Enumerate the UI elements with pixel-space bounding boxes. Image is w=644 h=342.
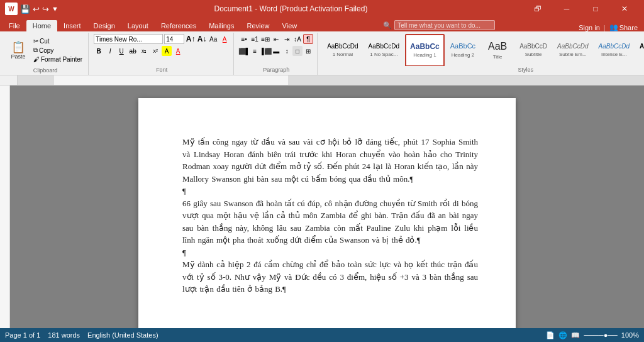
cut-label: Cut xyxy=(40,38,50,45)
shading-button[interactable]: □ xyxy=(292,46,303,56)
increase-font-button[interactable]: A↑ xyxy=(186,34,196,44)
view-print-icon[interactable]: 📄 xyxy=(546,331,555,339)
underline-button[interactable]: U xyxy=(116,46,126,56)
clear-format-button[interactable]: A xyxy=(219,34,230,44)
align-right-button[interactable]: ▐⬛ xyxy=(260,46,270,56)
paragraph-controls: ≡• ≡1 ≡⊞ ⇤ ⇥ ↕A ¶ ⬛▌ ≡ ▐⬛ ▬ ↕ □ ⊞ xyxy=(239,34,313,66)
view-web-icon[interactable]: 🌐 xyxy=(558,331,567,339)
justify-button[interactable]: ▬ xyxy=(271,46,281,56)
format-painter-button[interactable]: 🖌 Format Painter xyxy=(31,55,84,63)
cut-button[interactable]: ✂ Cut xyxy=(31,37,84,45)
ruler-scale xyxy=(18,75,644,86)
redo-icon[interactable]: ↪ xyxy=(42,4,49,14)
ruler-corner xyxy=(0,75,18,86)
window-controls: 🗗 ─ □ ✕ xyxy=(523,0,639,18)
window-minimize-icon[interactable]: ─ xyxy=(552,0,581,18)
document-page[interactable]: Mỹ tấn công ngay từ đầu và sau vài cơ hộ… xyxy=(138,98,516,328)
style-strong[interactable]: AaBbCcDc Strong xyxy=(635,34,644,66)
style-subtitle[interactable]: AaBbCcD Subtitle xyxy=(515,34,552,66)
cut-icon: ✂ xyxy=(33,38,38,45)
style-nospace[interactable]: AaBbCcDd 1 No Spac... xyxy=(364,34,404,66)
tab-layout[interactable]: Layout xyxy=(121,20,155,31)
view-read-icon[interactable]: 📖 xyxy=(571,331,580,339)
style-heading1[interactable]: AaBbCc Heading 1 xyxy=(405,34,445,66)
window-restore-icon[interactable]: 🗗 xyxy=(523,0,552,18)
style-normal-preview: AaBbCcDd xyxy=(327,43,358,50)
window-title: Document1 - Word (Product Activation Fai… xyxy=(58,4,523,13)
sort-button[interactable]: ↕A xyxy=(292,34,303,44)
paragraph-group-label: Paragraph xyxy=(239,66,313,74)
tab-review[interactable]: Review xyxy=(241,20,276,31)
border-button[interactable]: ⊞ xyxy=(303,46,313,56)
copy-icon: ⧉ xyxy=(33,47,38,54)
page-count: Page 1 of 1 xyxy=(5,331,40,339)
align-left-button[interactable]: ⬛▌ xyxy=(239,46,249,56)
paragraph-group: ≡• ≡1 ≡⊞ ⇤ ⇥ ↕A ¶ ⬛▌ ≡ ▐⬛ ▬ ↕ □ ⊞ Paragr… xyxy=(235,33,318,75)
document-area[interactable]: Mỹ tấn công ngay từ đầu và sau vài cơ hộ… xyxy=(10,86,644,328)
font-format-row: B I U ab x₂ x² A A xyxy=(94,46,183,56)
tab-references[interactable]: References xyxy=(155,20,203,31)
font-controls: A↑ A↓ Aa A B I U ab x₂ x² A A xyxy=(94,34,230,66)
clipboard-secondary: ✂ Cut ⧉ Copy 🖌 Format Painter xyxy=(31,37,84,63)
language: English (United States) xyxy=(87,331,158,339)
style-heading2[interactable]: AaBbCc Heading 2 xyxy=(446,34,480,66)
ribbon-search-input[interactable] xyxy=(394,20,495,30)
font-name-selector[interactable] xyxy=(94,34,163,44)
undo-icon[interactable]: ↩ xyxy=(33,4,40,14)
tab-home[interactable]: Home xyxy=(26,20,57,31)
style-subtle-em[interactable]: AaBbCcDd Subtle Em... xyxy=(553,34,592,66)
paste-label: Paste xyxy=(11,53,25,60)
multilevel-button[interactable]: ≡⊞ xyxy=(260,34,270,44)
tab-insert[interactable]: Insert xyxy=(57,20,87,31)
customize-qs-icon[interactable]: ▼ xyxy=(52,5,58,13)
titlebar: W 💾 ↩ ↪ ▼ Document1 - Word (Product Acti… xyxy=(0,0,644,18)
signin-area: Sign in | 👥Share xyxy=(575,23,641,31)
search-icon: 🔍 xyxy=(383,21,392,30)
line-spacing-button[interactable]: ↕ xyxy=(282,46,292,56)
align-center-button[interactable]: ≡ xyxy=(250,46,260,56)
window-maximize-icon[interactable]: □ xyxy=(581,0,610,18)
signin-button[interactable]: Sign in xyxy=(579,24,600,31)
share-button[interactable]: 👥Share xyxy=(609,23,638,31)
subscript-button[interactable]: x₂ xyxy=(139,46,149,56)
font-group: A↑ A↓ Aa A B I U ab x₂ x² A A Font xyxy=(90,33,234,75)
paragraph-2: ¶ xyxy=(182,185,478,197)
word-count: 181 words xyxy=(48,331,80,339)
zoom-slider[interactable]: ────●── xyxy=(584,331,617,339)
style-strong-preview: AaBbCcDc xyxy=(640,43,644,50)
main-area: Mỹ tấn công ngay từ đầu và sau vài cơ hộ… xyxy=(0,86,644,328)
bullets-button[interactable]: ≡• xyxy=(239,34,249,44)
statusbar-right: 📄 🌐 📖 ────●── 100% xyxy=(546,331,639,339)
quick-save-icon[interactable]: 💾 xyxy=(20,4,30,14)
strikethrough-button[interactable]: ab xyxy=(128,46,138,56)
decrease-indent-button[interactable]: ⇤ xyxy=(271,34,281,44)
window-close-icon[interactable]: ✕ xyxy=(610,0,639,18)
numbering-button[interactable]: ≡1 xyxy=(250,34,260,44)
style-title-label: Title xyxy=(493,54,502,60)
copy-button[interactable]: ⧉ Copy xyxy=(31,46,84,55)
font-group-label: Font xyxy=(94,66,230,74)
decrease-font-button[interactable]: A↓ xyxy=(197,34,207,44)
tab-design[interactable]: Design xyxy=(87,20,121,31)
tab-mailings[interactable]: Mailings xyxy=(203,20,240,31)
tab-view[interactable]: View xyxy=(276,20,304,31)
style-nospace-preview: AaBbCcDd xyxy=(369,43,399,50)
style-title[interactable]: AaB Title xyxy=(481,34,514,66)
style-h1-preview: AaBbCc xyxy=(410,42,440,51)
style-intense-em[interactable]: AaBbCcDd Intense E... xyxy=(594,34,634,66)
tab-file[interactable]: File xyxy=(3,20,26,31)
bold-button[interactable]: B xyxy=(94,46,104,56)
font-color-button[interactable]: A xyxy=(173,46,183,56)
zoom-level: 100% xyxy=(621,331,639,339)
italic-button[interactable]: I xyxy=(105,46,115,56)
style-normal[interactable]: AaBbCcDd 1 Normal xyxy=(323,34,362,66)
paragraph-row2: ⬛▌ ≡ ▐⬛ ▬ ↕ □ ⊞ xyxy=(239,46,313,56)
font-size-selector[interactable] xyxy=(164,34,184,44)
increase-indent-button[interactable]: ⇥ xyxy=(282,34,292,44)
change-case-button[interactable]: Aa xyxy=(208,34,218,44)
show-formatting-button[interactable]: ¶ xyxy=(303,34,313,44)
highlight-button[interactable]: A xyxy=(162,46,172,56)
paste-button[interactable]: 📋 Paste xyxy=(6,34,30,67)
superscript-button[interactable]: x² xyxy=(150,46,160,56)
vertical-ruler xyxy=(0,86,10,328)
